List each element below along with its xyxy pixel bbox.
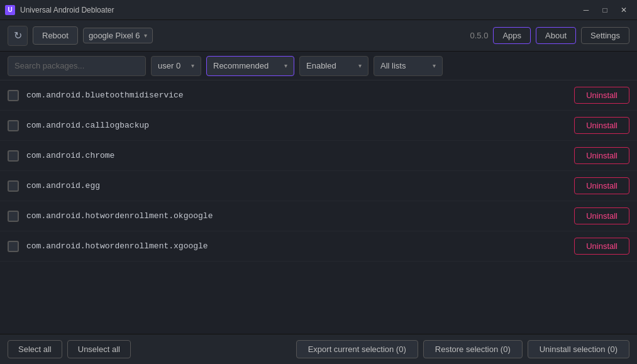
right-action-buttons: Export current selection (0) Restore sel… <box>296 340 629 358</box>
package-name-0: com.android.bluetoothmidiservice <box>26 91 567 100</box>
uninstall-selection-button[interactable]: Uninstall selection (0) <box>528 340 629 358</box>
filter-bar: user 0 ▾ Recommended ▾ Enabled ▾ All lis… <box>0 52 637 80</box>
app-icon: U <box>5 5 15 15</box>
user-chevron-icon: ▾ <box>191 62 194 69</box>
package-name-1: com.android.calllogbackup <box>26 121 567 130</box>
table-row: com.android.bluetoothmidiservice Uninsta… <box>0 80 637 111</box>
package-checkbox-0[interactable] <box>8 90 19 101</box>
settings-button[interactable]: Settings <box>581 27 629 44</box>
app-title: Universal Android Debloater <box>20 6 573 14</box>
enabled-filter[interactable]: Enabled ▾ <box>299 56 368 76</box>
search-input[interactable] <box>8 56 146 76</box>
recommended-filter[interactable]: Recommended ▾ <box>206 56 294 76</box>
user-filter[interactable]: user 0 ▾ <box>151 56 201 76</box>
recommended-chevron-icon: ▾ <box>284 62 287 69</box>
toolbar: ↻ Reboot google Pixel 6 ▾ 0.5.0 Apps Abo… <box>0 20 637 52</box>
table-row: com.android.chrome Uninstall <box>0 141 637 171</box>
package-checkbox-2[interactable] <box>8 150 19 162</box>
window-controls: ─ □ ✕ <box>578 4 632 16</box>
refresh-icon: ↻ <box>14 30 22 41</box>
select-all-button[interactable]: Select all <box>8 340 62 358</box>
package-name-2: com.android.chrome <box>26 151 567 160</box>
table-row: com.android.hotwordenrollment.xgoogle Un… <box>0 231 637 262</box>
device-chevron-icon: ▾ <box>144 32 147 39</box>
package-name-5: com.android.hotwordenrollment.xgoogle <box>26 241 567 251</box>
package-name-4: com.android.hotwordenrollment.okgoogle <box>26 211 567 221</box>
reboot-button[interactable]: Reboot <box>33 26 78 45</box>
package-checkbox-1[interactable] <box>8 120 19 131</box>
package-checkbox-5[interactable] <box>8 241 19 252</box>
user-filter-label: user 0 <box>158 61 180 70</box>
version-label: 0.5.0 <box>470 31 488 40</box>
table-row: com.android.calllogbackup Uninstall <box>0 111 637 141</box>
restore-button[interactable]: Restore selection (0) <box>423 340 523 358</box>
refresh-button[interactable]: ↻ <box>8 26 28 46</box>
uninstall-button-4[interactable]: Uninstall <box>574 207 629 224</box>
uninstall-button-5[interactable]: Uninstall <box>574 238 629 255</box>
minimize-button[interactable]: ─ <box>578 4 594 16</box>
about-button[interactable]: About <box>536 27 576 44</box>
maximize-button[interactable]: □ <box>597 4 613 16</box>
export-button[interactable]: Export current selection (0) <box>296 340 418 358</box>
enabled-filter-label: Enabled <box>306 61 336 70</box>
unselect-all-button[interactable]: Unselect all <box>67 340 131 358</box>
device-name: google Pixel 6 <box>89 31 140 40</box>
all-lists-filter-label: All lists <box>380 61 406 70</box>
device-selector[interactable]: google Pixel 6 ▾ <box>83 28 153 43</box>
bottom-bar: Select all Unselect all Export current s… <box>0 334 637 364</box>
all-lists-filter[interactable]: All lists ▾ <box>374 56 443 76</box>
uninstall-button-3[interactable]: Uninstall <box>574 177 629 194</box>
package-list: com.android.bluetoothmidiservice Uninsta… <box>0 80 637 334</box>
uninstall-button-0[interactable]: Uninstall <box>574 87 629 104</box>
apps-button[interactable]: Apps <box>493 27 531 44</box>
table-row: com.android.egg Uninstall <box>0 171 637 201</box>
package-checkbox-3[interactable] <box>8 180 19 192</box>
package-name-3: com.android.egg <box>26 181 567 190</box>
all-lists-chevron-icon: ▾ <box>433 62 436 69</box>
table-row: com.android.hotwordenrollment.okgoogle U… <box>0 201 637 231</box>
uninstall-button-2[interactable]: Uninstall <box>574 147 629 164</box>
recommended-filter-label: Recommended <box>213 61 269 70</box>
uninstall-button-1[interactable]: Uninstall <box>574 117 629 134</box>
enabled-chevron-icon: ▾ <box>358 62 362 69</box>
close-button[interactable]: ✕ <box>616 4 632 16</box>
title-bar: U Universal Android Debloater ─ □ ✕ <box>0 0 637 20</box>
package-checkbox-4[interactable] <box>8 211 19 222</box>
